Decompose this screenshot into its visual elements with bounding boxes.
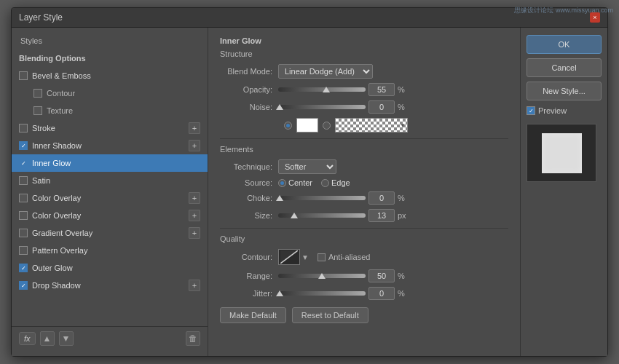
source-edge-radio[interactable] [321, 179, 329, 187]
gradient-radio[interactable] [323, 122, 331, 130]
gradient-overlay-plus-button[interactable]: + [189, 227, 200, 239]
noise-slider-track[interactable] [278, 105, 366, 109]
contour-picker[interactable] [278, 249, 300, 265]
sidebar-item-texture[interactable]: Texture [12, 102, 208, 119]
sidebar-item-pattern-overlay[interactable]: Pattern Overlay [12, 242, 208, 259]
size-label: Size: [220, 211, 278, 220]
pattern-overlay-checkbox[interactable] [19, 246, 28, 255]
source-center-radio[interactable] [278, 179, 286, 187]
size-input[interactable] [368, 209, 395, 222]
sidebar-item-satin[interactable]: Satin [12, 172, 208, 189]
sidebar-item-stroke[interactable]: Stroke + [12, 119, 208, 137]
divider-2 [220, 228, 508, 229]
jitter-label: Jitter: [220, 289, 278, 298]
delete-button[interactable]: 🗑 [186, 331, 200, 346]
source-center-option[interactable]: Center [278, 178, 312, 187]
gradient-overlay-checkbox[interactable] [19, 229, 28, 237]
sidebar-item-drop-shadow[interactable]: Drop Shadow + [12, 277, 208, 294]
range-slider-track[interactable] [278, 274, 366, 278]
sidebar-item-inner-shadow[interactable]: Inner Shadow + [12, 137, 208, 154]
dialog-body: Styles Blending Options Bevel & Emboss C… [12, 28, 607, 356]
range-label: Range: [220, 272, 278, 280]
pattern-overlay-label: Pattern Overlay [32, 246, 87, 255]
opacity-slider-thumb[interactable] [323, 87, 330, 92]
color-overlay-1-checkbox[interactable] [19, 194, 28, 202]
color-radio[interactable] [284, 122, 292, 130]
bevel-emboss-checkbox[interactable] [19, 71, 28, 80]
color-overlay-2-plus-button[interactable]: + [189, 210, 200, 221]
sidebar-item-color-overlay-2[interactable]: Color Overlay + [12, 207, 208, 224]
stroke-checkbox[interactable] [19, 124, 28, 132]
sidebar-item-gradient-overlay[interactable]: Gradient Overlay + [12, 224, 208, 242]
center-panel: Inner Glow Structure Blend Mode: Linear … [208, 28, 520, 356]
outer-glow-checkbox[interactable] [19, 264, 28, 272]
sidebar-item-contour[interactable]: Contour [12, 84, 208, 102]
color-overlay-1-plus-button[interactable]: + [189, 192, 200, 204]
contour-checkbox[interactable] [33, 89, 42, 98]
technique-dropdown[interactable]: Softer [278, 159, 336, 174]
choke-slider-track[interactable] [278, 196, 366, 200]
sidebar-item-inner-glow[interactable]: Inner Glow [12, 154, 208, 172]
preview-toggle[interactable]: Preview [527, 106, 602, 115]
preview-checkbox[interactable] [527, 106, 535, 115]
move-down-button[interactable]: ▼ [59, 331, 74, 346]
noise-label: Noise: [220, 103, 278, 111]
inner-shadow-plus-button[interactable]: + [189, 140, 200, 151]
drop-shadow-plus-button[interactable]: + [189, 280, 200, 291]
ok-button[interactable]: OK [527, 35, 602, 54]
size-unit: px [398, 211, 409, 220]
reset-to-default-button[interactable]: Reset to Default [292, 307, 368, 323]
sidebar-item-color-overlay-1[interactable]: Color Overlay + [12, 189, 208, 207]
jitter-slider-track[interactable] [278, 291, 366, 296]
drop-shadow-label: Drop Shadow [32, 281, 81, 290]
source-edge-option[interactable]: Edge [321, 178, 350, 187]
range-slider-container: % [278, 269, 409, 282]
jitter-slider-thumb[interactable] [276, 290, 283, 296]
sidebar-item-blending-options[interactable]: Blending Options [12, 50, 208, 67]
blend-mode-dropdown[interactable]: Linear Dodge (Add) [278, 64, 373, 79]
jitter-row: Jitter: % [220, 287, 508, 300]
cancel-button[interactable]: Cancel [527, 58, 602, 77]
sidebar-item-bevel-emboss[interactable]: Bevel & Emboss [12, 67, 208, 84]
blend-mode-row: Blend Mode: Linear Dodge (Add) [220, 64, 508, 79]
opacity-slider-track[interactable] [278, 87, 366, 92]
gradient-overlay-label: Gradient Overlay [32, 229, 92, 237]
noise-unit: % [398, 103, 409, 111]
contour-row: Contour: ▼ Anti-aliased [220, 249, 508, 265]
anti-aliased-label[interactable]: Anti-aliased [318, 253, 370, 261]
move-up-button[interactable]: ▲ [40, 331, 55, 346]
size-slider-track[interactable] [278, 213, 366, 218]
inner-shadow-checkbox[interactable] [19, 141, 28, 150]
sidebar-item-outer-glow[interactable]: Outer Glow [12, 259, 208, 277]
texture-checkbox[interactable] [33, 106, 42, 115]
color-overlay-2-label: Color Overlay [32, 211, 81, 220]
size-row: Size: px [220, 209, 508, 222]
range-input[interactable] [368, 269, 395, 282]
range-slider-thumb[interactable] [318, 273, 326, 279]
stroke-plus-button[interactable]: + [189, 122, 200, 134]
anti-aliased-checkbox[interactable] [318, 253, 326, 261]
source-center-label: Center [288, 178, 312, 187]
jitter-input[interactable] [368, 287, 395, 300]
satin-checkbox[interactable] [19, 176, 28, 185]
drop-shadow-checkbox[interactable] [19, 281, 28, 290]
make-default-button[interactable]: Make Default [220, 307, 286, 323]
inner-glow-checkbox[interactable] [19, 159, 28, 167]
color-overlay-2-checkbox[interactable] [19, 211, 28, 220]
noise-input[interactable] [368, 100, 395, 114]
noise-slider-thumb[interactable] [276, 104, 283, 110]
fx-button[interactable]: fx [19, 332, 36, 345]
choke-input[interactable] [368, 191, 395, 205]
new-style-button[interactable]: New Style... [527, 82, 602, 100]
size-slider-thumb[interactable] [291, 213, 298, 218]
noise-row: Noise: % [220, 100, 508, 114]
opacity-unit: % [398, 85, 409, 94]
color-swatch[interactable] [296, 118, 318, 132]
gradient-swatch[interactable]: ▼ [335, 118, 408, 132]
contour-dropdown-arrow[interactable]: ▼ [301, 253, 309, 261]
opacity-input[interactable] [368, 83, 395, 96]
choke-slider-thumb[interactable] [276, 195, 283, 201]
technique-row: Technique: Softer [220, 159, 508, 174]
outer-glow-label: Outer Glow [32, 264, 73, 272]
size-slider-container: px [278, 209, 409, 222]
